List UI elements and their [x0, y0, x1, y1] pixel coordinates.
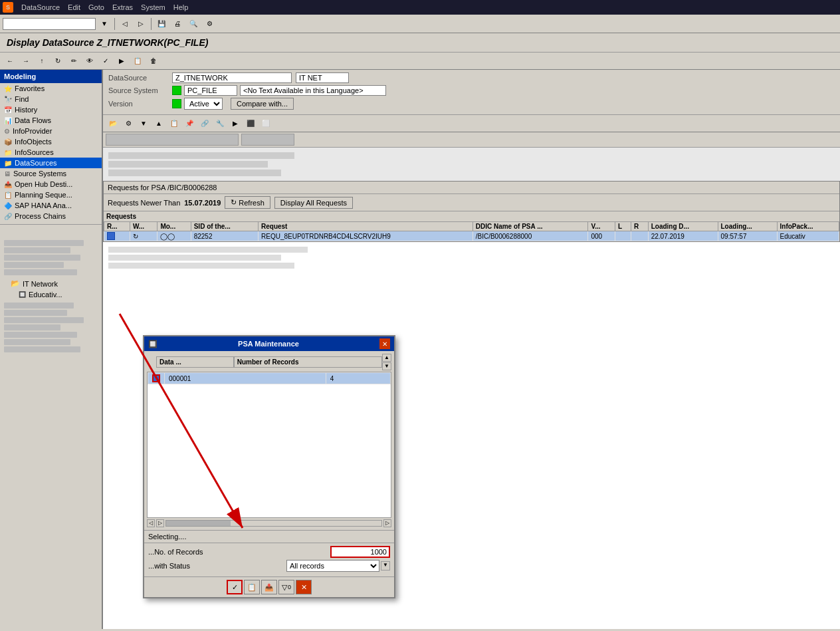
refresh-icon: ↻	[231, 198, 237, 207]
source-system-value: PC_FILE	[184, 85, 237, 96]
ds-btn8[interactable]: 🔧	[213, 116, 227, 131]
row-w-icon: ↻	[133, 233, 138, 240]
menu-goto[interactable]: Goto	[88, 3, 104, 11]
col-l: L	[615, 222, 631, 231]
hana-icon: 🔷	[4, 202, 12, 209]
back-btn[interactable]: ◁	[118, 17, 132, 31]
sidebar-item-itnetwork[interactable]: 📂 IT Network	[0, 278, 102, 289]
ds-btn5[interactable]: 📋	[167, 116, 181, 131]
ds-btn9[interactable]: ▶	[228, 116, 243, 131]
hscroll-right[interactable]: ▷	[156, 519, 164, 527]
no-records-input[interactable]	[330, 546, 390, 558]
nav-forward[interactable]: →	[19, 54, 33, 68]
psa-maintenance-modal: 🔲 PSA Maintenance ✕ Data ... Number of R…	[143, 335, 395, 598]
scroll-down-btn[interactable]: ▼	[382, 362, 391, 370]
ds-btn1[interactable]: 📂	[106, 116, 120, 131]
col-w: W...	[130, 222, 158, 231]
modal-footer: ✓ 📋 📤 ▽ 0 ✕	[144, 576, 394, 597]
nav-delete[interactable]: 🗑	[146, 54, 161, 68]
nav-edit[interactable]: ✏	[66, 54, 81, 68]
copy-btn[interactable]: 📋	[244, 580, 260, 594]
process-chains-icon: 🔗	[4, 213, 12, 220]
ds-btn7[interactable]: 🔗	[197, 116, 212, 131]
save-btn[interactable]: 💾	[154, 17, 169, 31]
sidebar-item-datasources[interactable]: 📁 DataSources	[0, 158, 102, 168]
status-dropdown-icon[interactable]: ▼	[381, 561, 390, 570]
display-all-button[interactable]: Display All Requests	[274, 197, 353, 209]
ds-btn4[interactable]: ▲	[152, 116, 166, 131]
nav-display[interactable]: 👁	[82, 54, 97, 68]
sidebar-item-infoprovider[interactable]: ⚙ InfoProvider	[0, 126, 102, 136]
sidebar-item-process-chains[interactable]: 🔗 Process Chains	[0, 211, 102, 221]
row-r2	[631, 231, 649, 241]
col-mo: Mo...	[158, 222, 191, 231]
menu-system[interactable]: System	[141, 3, 165, 11]
cancel-btn[interactable]: ✕	[296, 580, 312, 594]
scroll-up-btn[interactable]: ▲	[382, 354, 391, 362]
sidebar-item-favorites[interactable]: ⭐ Favorites	[0, 83, 102, 94]
settings-btn[interactable]: ⚙	[202, 17, 217, 31]
star-icon: ⭐	[4, 85, 12, 92]
requests-header: Requests for PSA /BIC/B0006288	[104, 182, 839, 194]
row-request: REQU_8EUP0TRDNRB4CD4LSCRV2IUH9	[258, 231, 472, 241]
status-label: ...with Status	[148, 562, 284, 570]
sidebar-item-source-systems[interactable]: 🖥 Source Systems	[0, 168, 102, 179]
table-row[interactable]: ↻ ◯◯ 82252 REQU_8EUP0TRDNRB4CD4LSCRV2IUH…	[104, 231, 839, 241]
refresh-button[interactable]: ↻ Refresh	[225, 196, 270, 209]
menu-help[interactable]: Help	[173, 3, 189, 11]
hscroll-left[interactable]: ◁	[147, 519, 155, 527]
nav-up[interactable]: ↑	[35, 54, 49, 68]
row-loading-d: 22.07.2019	[648, 231, 718, 241]
version-select[interactable]: Active	[184, 98, 223, 110]
command-input[interactable]	[3, 18, 96, 30]
col-infopack: InfoPack...	[777, 222, 839, 231]
nav-refresh[interactable]: ↻	[51, 54, 65, 68]
no-records-label: ...No. of Records	[148, 548, 328, 556]
print-btn[interactable]: 🖨	[170, 17, 185, 31]
dropdown-btn[interactable]: ▼	[97, 17, 112, 31]
sidebar-item-saphana[interactable]: 🔷 SAP HANA Ana...	[0, 200, 102, 211]
col-sid: SID of the...	[191, 222, 258, 231]
selecting-label: Selecting....	[144, 530, 394, 543]
menu-extras[interactable]: Extras	[112, 3, 133, 11]
find-btn[interactable]: 🔍	[186, 17, 201, 31]
ds-btn10[interactable]: ⬛	[243, 116, 258, 131]
psa-data-scroll-area[interactable]: 000001 4	[147, 372, 391, 518]
menu-edit[interactable]: Edit	[68, 3, 80, 11]
sidebar-item-infoobjects[interactable]: 📦 InfoObjects	[0, 136, 102, 147]
menu-bar: S DataSource Edit Goto Extras System Hel…	[0, 0, 840, 15]
filter-btn[interactable]: ▽ 0	[278, 580, 294, 594]
nav-copy[interactable]: 📋	[130, 54, 145, 68]
nav-back[interactable]: ←	[3, 54, 17, 68]
sidebar-item-planning[interactable]: 📋 Planning Seque...	[0, 189, 102, 200]
modal-close-btn[interactable]: ✕	[379, 338, 390, 349]
ds-btn11[interactable]: ⬜	[259, 116, 273, 131]
main-toolbar: ▼ ◁ ▷ 💾 🖨 🔍 ⚙	[0, 15, 840, 33]
sidebar-item-educativ[interactable]: 🔲 Educativ...	[0, 289, 102, 300]
psa-data-table: 000001 4	[148, 372, 391, 384]
ds-btn6[interactable]: 📌	[182, 116, 197, 131]
col-loading: Loading...	[718, 222, 777, 231]
status-select[interactable]: All records Good records Error records	[286, 560, 379, 572]
nav-check[interactable]: ✓	[98, 54, 113, 68]
sidebar-item-history[interactable]: 📅 History	[0, 104, 102, 115]
app-icon: S	[3, 2, 13, 13]
psa-row[interactable]: 000001 4	[148, 373, 391, 384]
infoprovider-icon: ⚙	[4, 128, 10, 135]
sidebar-item-infosources[interactable]: 📁 InfoSources	[0, 147, 102, 158]
sidebar-item-dataflows[interactable]: 📊 Data Flows	[0, 115, 102, 126]
ds-btn3[interactable]: ▼	[136, 116, 151, 131]
sidebar-item-find[interactable]: 🔭 Find	[0, 94, 102, 104]
sidebar: Modeling ⭐ Favorites 🔭 Find 📅 History 📊 …	[0, 70, 103, 629]
compare-with-btn[interactable]: Compare with...	[231, 98, 294, 110]
sidebar-item-openhub[interactable]: 📤 Open Hub Desti...	[0, 179, 102, 189]
confirm-btn[interactable]: ✓	[227, 580, 243, 594]
hscroll-end[interactable]: ▷	[383, 519, 391, 527]
menu-datasource[interactable]: DataSource	[21, 3, 60, 11]
ds-btn2[interactable]: ⚙	[121, 116, 136, 131]
forward-btn[interactable]: ▷	[134, 17, 148, 31]
confirm-icon: ✓	[232, 583, 238, 592]
col-ddic: DDIC Name of PSA ...	[472, 222, 588, 231]
nav-activate[interactable]: ▶	[114, 54, 129, 68]
export-btn[interactable]: 📤	[261, 580, 277, 594]
